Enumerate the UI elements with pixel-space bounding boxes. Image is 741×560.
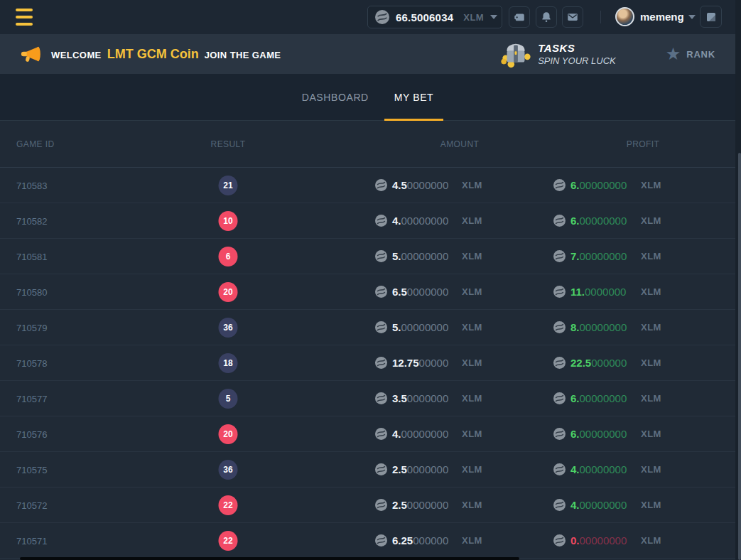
amount-cell: 4.00000000 XLM <box>375 203 482 238</box>
table-row[interactable]: 710581 6 5.00000000 XLM 7.00000000 <box>0 239 735 274</box>
amount-currency: XLM <box>462 500 482 510</box>
balance-dropdown[interactable]: 66.5006034 XLM <box>367 6 502 28</box>
welcome-message: WELCOME LMT GCM Coin JOIN THE GAME <box>51 47 281 62</box>
amount-value: 4.5 <box>392 179 407 191</box>
table-row[interactable]: 710576 20 4.00000000 XLM 6.00000000 <box>0 416 735 452</box>
table-row[interactable]: 710571 22 6.25000000 XLM 0.00000000 <box>0 523 735 559</box>
chevron-down-icon[interactable] <box>688 15 696 19</box>
scrollbar-thumb[interactable] <box>738 153 741 560</box>
rank-widget[interactable]: ★ RANK <box>666 45 715 63</box>
main-content: DASHBOARD MY BET GAME ID RESULT AMOUNT P… <box>0 74 735 560</box>
table-row[interactable]: 710579 36 5.00000000 XLM 8.00000000 <box>0 310 735 345</box>
xlm-coin-icon <box>553 463 566 475</box>
profit-currency: XLM <box>641 180 661 190</box>
result-badge: 22 <box>219 495 238 515</box>
tasks-widget[interactable]: TASKS SPIN YOUR LUCK <box>499 40 616 68</box>
result-badge: 36 <box>219 318 238 338</box>
profit-cell: 6.00000000 XLM <box>553 203 661 238</box>
amount-cell: 6.25000000 XLM <box>375 523 482 558</box>
xlm-coin-icon <box>375 10 389 24</box>
xlm-coin-icon <box>375 179 387 191</box>
amount-cell: 4.00000000 XLM <box>375 416 482 451</box>
table-row[interactable]: 710580 20 6.50000000 XLM 11.0000000 <box>0 274 735 310</box>
profit-cell: 6.00000000 XLM <box>553 168 661 203</box>
profit-trailing-zeros: 00000000 <box>580 463 627 475</box>
avatar[interactable] <box>615 7 634 26</box>
xlm-coin-icon <box>553 215 566 227</box>
notifications-button[interactable] <box>536 6 557 28</box>
table-row[interactable]: 710577 5 3.50000000 XLM 6.00000000 <box>0 381 735 416</box>
hamburger-menu-icon[interactable] <box>16 9 33 26</box>
amount-trailing-zeros: 000000 <box>413 534 448 546</box>
profit-cell: 6.00000000 XLM <box>553 416 661 451</box>
result-badge: 10 <box>219 211 238 231</box>
chat-button[interactable] <box>700 6 722 28</box>
amount-cell: 3.50000000 XLM <box>375 381 482 416</box>
profit-trailing-zeros: 00000000 <box>580 499 627 511</box>
game-id: 710579 <box>16 322 47 333</box>
xlm-coin-icon <box>553 357 566 369</box>
profit-cell: 6.00000000 XLM <box>553 381 661 416</box>
xlm-coin-icon <box>553 286 566 298</box>
table-row[interactable]: 710578 18 12.7500000 XLM 22.5000000 <box>0 345 735 381</box>
amount-trailing-zeros: 0000000 <box>407 286 448 298</box>
profit-currency: XLM <box>641 357 661 368</box>
amount-trailing-zeros: 0000000 <box>407 179 448 191</box>
amount-trailing-zeros: 0000000 <box>407 499 448 511</box>
messages-button[interactable] <box>562 6 583 28</box>
profit-value: 7. <box>570 250 580 262</box>
table-row[interactable]: 710582 10 4.00000000 XLM 6.00000000 <box>0 203 735 239</box>
table-header: GAME ID RESULT AMOUNT PROFIT <box>0 121 735 168</box>
table-row[interactable]: 710575 36 2.50000000 XLM 4.00000000 <box>0 452 735 488</box>
amount-currency: XLM <box>462 357 482 368</box>
amount-trailing-zeros: 0000000 <box>407 463 448 475</box>
profit-cell: 4.00000000 XLM <box>553 488 661 522</box>
amount-currency: XLM <box>462 322 482 333</box>
header-amount: AMOUNT <box>440 139 479 149</box>
profit-currency: XLM <box>641 286 661 297</box>
xlm-coin-icon <box>375 357 387 369</box>
amount-value: 4. <box>392 215 401 227</box>
xlm-coin-icon <box>553 321 566 333</box>
xlm-coin-icon <box>375 286 387 298</box>
profit-value: 6. <box>570 215 580 227</box>
profit-trailing-zeros: 0000000 <box>585 286 626 298</box>
profit-cell: 22.5000000 XLM <box>553 345 661 380</box>
game-id: 710578 <box>16 357 47 368</box>
profit-currency: XLM <box>641 322 661 333</box>
profit-cell: 8.00000000 XLM <box>553 310 661 345</box>
xlm-coin-icon <box>375 392 387 404</box>
balance-currency: XLM <box>463 12 484 23</box>
profit-cell: 11.0000000 XLM <box>553 274 661 309</box>
amount-value: 2.5 <box>392 499 407 511</box>
profit-trailing-zeros: 00000000 <box>580 428 627 440</box>
amount-trailing-zeros: 00000 <box>419 357 449 369</box>
table-row[interactable]: 710572 22 2.50000000 XLM 4.00000000 <box>0 488 735 523</box>
game-id: 710576 <box>16 429 47 439</box>
game-id: 710572 <box>16 500 47 510</box>
result-badge: 20 <box>219 282 238 302</box>
tab-dashboard[interactable]: DASHBOARD <box>292 74 379 120</box>
amount-value: 3.5 <box>392 392 407 404</box>
amount-currency: XLM <box>462 251 482 262</box>
chat-icon <box>705 11 718 23</box>
amount-cell: 12.7500000 XLM <box>375 345 482 380</box>
amount-value: 2.5 <box>392 463 407 475</box>
amount-value: 4. <box>392 428 401 440</box>
header-profit: PROFIT <box>627 139 659 149</box>
welcome-coin-name: LMT GCM Coin <box>107 47 199 62</box>
tab-my-bet[interactable]: MY BET <box>384 74 443 120</box>
bottom-cutoff-bar <box>20 557 519 560</box>
amount-currency: XLM <box>462 180 482 190</box>
username[interactable]: memeng <box>640 11 684 23</box>
xlm-coin-icon <box>553 499 566 511</box>
wallet-button[interactable] <box>509 6 530 28</box>
amount-cell: 5.00000000 XLM <box>375 239 482 274</box>
amount-trailing-zeros: 00000000 <box>401 215 449 227</box>
welcome-suffix: JOIN THE GAME <box>205 50 281 60</box>
tasks-title: TASKS <box>538 42 616 54</box>
amount-cell: 2.50000000 XLM <box>375 488 482 522</box>
tab-bar: DASHBOARD MY BET <box>0 74 735 121</box>
balance-value: 66.5006034 <box>396 11 453 23</box>
table-row[interactable]: 710583 21 4.50000000 XLM 6.00000000 <box>0 168 735 203</box>
